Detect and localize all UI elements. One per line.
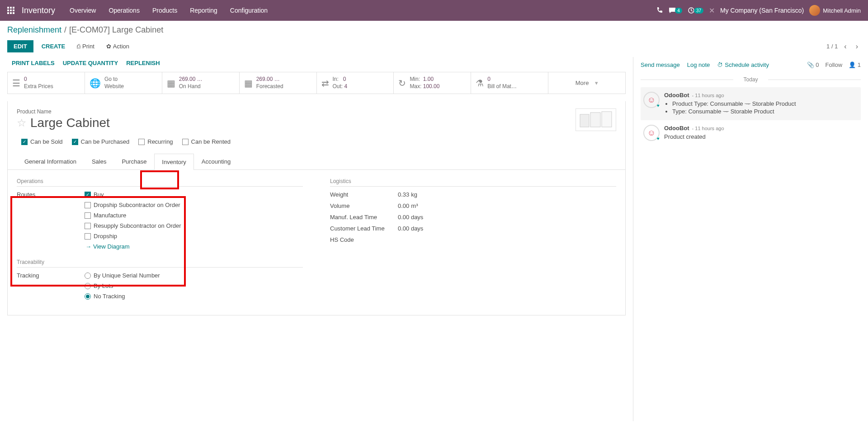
schedule-activity-link[interactable]: ⏱ Schedule activity: [717, 61, 769, 68]
button-box: ☰ 0 Extra Prices 🌐 Go to Website ▦ 269.0…: [7, 72, 626, 94]
pager-next[interactable]: ›: [853, 41, 861, 52]
tracking-serial[interactable]: By Unique Serial Number: [85, 272, 303, 279]
tracking-label: Tracking: [17, 272, 85, 303]
tracking-none[interactable]: No Tracking: [85, 293, 303, 300]
route-resupply-subcontractor[interactable]: Resupply Subcontractor on Order: [85, 222, 303, 229]
checkbox-icon: [182, 139, 189, 145]
volume-label: Volume: [330, 202, 398, 209]
follow-button[interactable]: Follow: [826, 61, 843, 68]
menu-configuration[interactable]: Configuration: [225, 3, 273, 18]
apps-launcher-icon[interactable]: [7, 7, 14, 14]
tracking-row: Tracking By Unique Serial Number By Lots…: [17, 272, 303, 303]
globe-icon: 🌐: [90, 78, 101, 89]
topbar-left: Inventory Overview Operations Products R…: [7, 3, 273, 18]
route-dropship[interactable]: Dropship: [85, 233, 303, 240]
msg2-author: OdooBot: [664, 125, 689, 132]
checkbox-icon: ✓: [85, 192, 91, 198]
operations-title: Operations: [17, 178, 303, 187]
checkbox-icon: [85, 202, 91, 208]
app-title[interactable]: Inventory: [22, 6, 55, 15]
message-2: ☺♥ OdooBot - 11 hours ago Product create…: [641, 120, 861, 146]
option-recurring[interactable]: Recurring: [138, 138, 173, 145]
stat-forecasted[interactable]: ▦ 269.00 … Forecasted: [240, 72, 317, 94]
product-header: Product Name ☆ Large Cabinet: [17, 108, 616, 131]
stat-in-out[interactable]: ⇄ In: 0 Out: 4: [317, 72, 394, 94]
tab-sales[interactable]: Sales: [84, 153, 114, 169]
tab-accounting[interactable]: Accounting: [194, 153, 238, 169]
company-selector[interactable]: My Company (San Francisco): [720, 7, 804, 14]
topbar-menu: Overview Operations Products Reporting C…: [64, 3, 273, 18]
create-button[interactable]: CREATE: [38, 40, 69, 52]
update-quantity-action[interactable]: UPDATE QUANTITY: [63, 60, 118, 66]
send-message-link[interactable]: Send message: [641, 61, 680, 68]
refresh-icon: ↻: [398, 78, 406, 89]
option-can-be-rented[interactable]: Can be Rented: [182, 138, 231, 145]
action-dropdown[interactable]: ✿ Action: [103, 40, 133, 52]
replenish-action[interactable]: REPLENISH: [126, 60, 160, 66]
transfer-icon: ⇄: [321, 78, 329, 89]
routes-label: Routes: [17, 191, 85, 250]
logistics-title: Logistics: [330, 178, 616, 187]
user-menu[interactable]: Mitchell Admin: [809, 5, 861, 16]
boxes-icon: ▦: [167, 78, 175, 89]
messages-icon[interactable]: 4: [669, 7, 682, 14]
close-icon[interactable]: ✕: [709, 6, 715, 15]
print-labels-action[interactable]: PRINT LABELS: [12, 60, 55, 66]
option-can-be-purchased[interactable]: ✓ Can be Purchased: [72, 138, 130, 145]
user-name: Mitchell Admin: [823, 7, 861, 14]
content-column: PRINT LABELS UPDATE QUANTITY REPLENISH ☰…: [0, 57, 633, 421]
breadcrumb-current: [E-COM07] Large Cabinet: [69, 25, 163, 35]
menu-operations[interactable]: Operations: [103, 3, 145, 18]
product-name: Large Cabinet: [30, 116, 110, 130]
route-buy[interactable]: ✓Buy: [85, 191, 303, 198]
paperclip-icon: 📎: [807, 61, 814, 68]
phone-icon[interactable]: [656, 7, 663, 14]
attachments-count[interactable]: 📎 0: [807, 61, 819, 68]
menu-reporting[interactable]: Reporting: [184, 3, 223, 18]
product-image[interactable]: [576, 108, 616, 131]
followers-count[interactable]: 👤 1: [849, 61, 861, 68]
checkbox-icon: ✓: [21, 139, 28, 145]
list-icon: ☰: [12, 78, 20, 89]
breadcrumb-parent[interactable]: Replenishment: [7, 25, 61, 35]
tab-general-information[interactable]: General Information: [17, 153, 84, 169]
favorite-star-icon[interactable]: ☆: [17, 117, 27, 129]
edit-button[interactable]: EDIT: [7, 40, 33, 52]
logistics-column: Logistics Weight0.33kg Volume0.00m³ Manu…: [330, 178, 616, 308]
volume-value: 0.00: [398, 202, 409, 209]
stat-min-max[interactable]: ↻ Min: 1.00 Max: 100.00: [394, 72, 471, 94]
stat-bom[interactable]: ⚗ 0 Bill of Mat…: [471, 72, 548, 94]
chevron-down-icon: ▾: [595, 80, 598, 86]
operations-column: Operations Routes ✓Buy Dropship Subcontr…: [17, 178, 303, 308]
checkbox-icon: [85, 212, 91, 219]
view-diagram-link[interactable]: →View Diagram: [85, 243, 303, 250]
stat-more[interactable]: More ▾: [548, 72, 625, 94]
breadcrumb-separator: /: [64, 25, 66, 35]
menu-products[interactable]: Products: [147, 3, 183, 18]
route-dropship-subcontractor[interactable]: Dropship Subcontractor on Order: [85, 202, 303, 208]
gear-icon: ✿: [106, 43, 111, 50]
option-can-be-sold[interactable]: ✓ Can be Sold: [21, 138, 63, 145]
svg-rect-3: [602, 112, 612, 127]
svg-rect-2: [590, 113, 600, 127]
checkbox-icon: [85, 223, 91, 229]
stat-on-hand[interactable]: ▦ 269.00 … On Hand: [162, 72, 240, 94]
pager-prev[interactable]: ‹: [841, 41, 849, 52]
activities-icon[interactable]: 37: [688, 7, 703, 14]
breadcrumb-row: Replenishment / [E-COM07] Large Cabinet: [0, 21, 868, 38]
tab-purchase[interactable]: Purchase: [114, 153, 154, 169]
print-action[interactable]: ⎙ Print: [73, 40, 98, 52]
user-avatar-icon: [809, 5, 820, 16]
tab-inventory[interactable]: Inventory: [154, 154, 193, 170]
checkbox-icon: [85, 233, 91, 240]
stat-extra-prices[interactable]: ☰ 0 Extra Prices: [8, 72, 85, 94]
menu-overview[interactable]: Overview: [64, 3, 101, 18]
bot-avatar-icon: ☺♥: [643, 125, 660, 141]
message-1: ☺♥ OdooBot - 11 hours ago Product Type: …: [641, 87, 861, 120]
tracking-lots[interactable]: By Lots: [85, 282, 303, 289]
stat-website[interactable]: 🌐 Go to Website: [85, 72, 162, 94]
log-note-link[interactable]: Log note: [687, 61, 710, 68]
route-manufacture[interactable]: Manufacture: [85, 212, 303, 219]
msg1-author: OdooBot: [664, 92, 689, 99]
radio-icon: [85, 283, 91, 289]
